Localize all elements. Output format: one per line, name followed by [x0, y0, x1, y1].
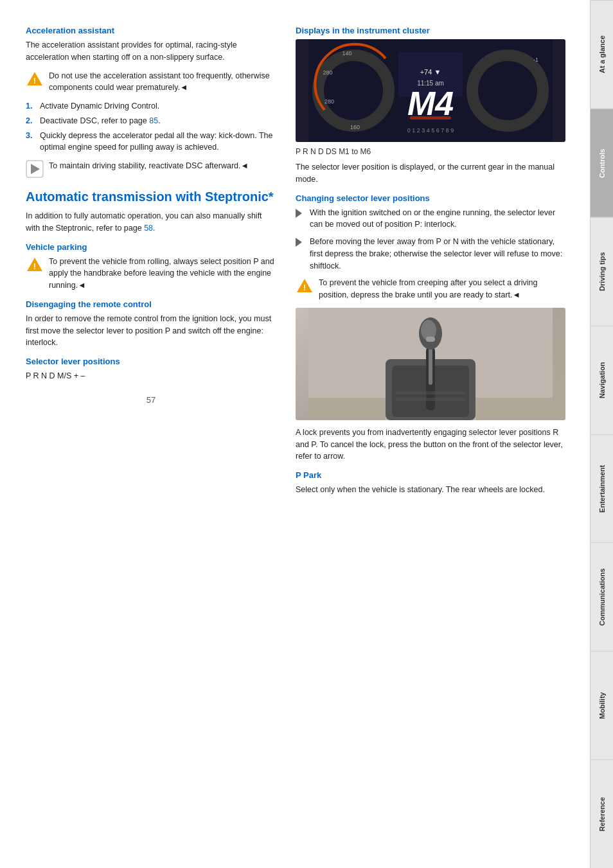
creeping-warning-text: To prevent the vehicle from creeping aft… — [319, 277, 565, 301]
step-2-num: 2. — [26, 115, 35, 127]
svg-text:+74 ▼: +74 ▼ — [420, 68, 441, 76]
acceleration-warning-text: Do not use the acceleration assistant to… — [49, 70, 276, 94]
svg-marker-3 — [31, 164, 40, 174]
left-column: Acceleration assistant The acceleration … — [26, 26, 276, 842]
step-3: 3. Quickly depress the accelerator pedal… — [26, 130, 276, 154]
note-play-icon — [26, 160, 44, 178]
svg-text:!: ! — [33, 261, 36, 271]
p-park-section: P Park Select only when the vehicle is s… — [296, 470, 565, 496]
svg-rect-29 — [426, 337, 435, 342]
step-1: 1. Activate Dynamic Driving Control. — [26, 100, 276, 112]
vehicle-parking-heading: Vehicle parking — [26, 242, 276, 252]
svg-text:280: 280 — [324, 98, 334, 105]
acceleration-warning-box: ! Do not use the acceleration assistant … — [26, 70, 276, 94]
selector-lever-image — [296, 308, 565, 420]
displays-section: Displays in the instrument cluster 280 1… — [296, 26, 565, 186]
page-container: Acceleration assistant The acceleration … — [0, 0, 613, 868]
svg-rect-19 — [410, 116, 451, 120]
sidebar-tab-communications[interactable]: Communications — [591, 542, 613, 651]
page-number: 57 — [26, 395, 276, 405]
svg-rect-30 — [395, 391, 466, 394]
p-park-body: Select only when the vehicle is stationa… — [296, 484, 565, 496]
sidebar-tab-mobility[interactable]: Mobility — [591, 651, 613, 759]
page-58-link[interactable]: 58 — [144, 224, 153, 233]
lock-caption: A lock prevents you from inadvertently e… — [296, 427, 565, 463]
warning-triangle-icon: ! — [26, 70, 44, 88]
sidebar-tab-driving-tips[interactable]: Driving tips — [591, 217, 613, 326]
main-content: Acceleration assistant The acceleration … — [0, 0, 590, 868]
displays-heading: Displays in the instrument cluster — [296, 26, 565, 35]
step-1-num: 1. — [26, 100, 35, 112]
creeping-warning-icon: ! — [296, 277, 314, 295]
acceleration-assistant-heading: Acceleration assistant — [26, 26, 276, 35]
step-3-num: 3. — [26, 130, 35, 154]
selector-lever-positions-section: Selector lever positions P R N D M/S + – — [26, 357, 276, 382]
sidebar-tab-navigation[interactable]: Navigation — [591, 326, 613, 434]
selector-lever-positions-heading: Selector lever positions — [26, 357, 276, 366]
displays-body: The selector lever position is displayed… — [296, 161, 565, 186]
vehicle-parking-section: Vehicle parking ! To prevent the vehicle… — [26, 242, 276, 292]
disengaging-remote-heading: Disengaging the remote control — [26, 299, 276, 309]
automatic-transmission-title: Automatic transmission with Steptronic* — [26, 188, 276, 205]
svg-text:160: 160 — [350, 124, 360, 130]
p-park-heading: P Park — [296, 470, 565, 480]
selector-lever-positions-text: P R N D M/S + – — [26, 370, 276, 382]
sidebar-tab-controls[interactable]: Controls — [591, 109, 613, 217]
svg-rect-33 — [475, 398, 553, 420]
changing-selector-section: Changing selector lever positions With t… — [296, 193, 565, 463]
instrument-cluster-image: 280 140 280 160 -1 +74 ▼ 11:15 am M4 — [296, 39, 565, 142]
step-2: 2. Deactivate DSC, refer to page 85. — [26, 115, 276, 127]
bullet-arrow-2 — [296, 238, 302, 247]
svg-text:280: 280 — [323, 69, 332, 76]
prnd-label: P R N D DS M1 to M6 — [296, 147, 565, 156]
svg-text:!: ! — [33, 76, 36, 85]
acceleration-assistant-section: Acceleration assistant The acceleration … — [26, 26, 276, 178]
dsc-note-text: To maintain driving stability, reactivat… — [49, 160, 249, 172]
step-2-text: Deactivate DSC, refer to page 85. — [40, 115, 161, 127]
svg-text:-1: -1 — [533, 57, 538, 63]
disengaging-remote-body: In order to remove the remote control fr… — [26, 313, 276, 349]
bullet-2-text: Before moving the lever away from P or N… — [310, 236, 565, 272]
bullet-1: With the ignition switched on or the eng… — [296, 207, 565, 231]
svg-text:140: 140 — [342, 50, 351, 57]
automatic-transmission-section: Automatic transmission with Steptronic* … — [26, 188, 276, 382]
automatic-transmission-body: In addition to fully automatic operation… — [26, 210, 276, 235]
right-column: Displays in the instrument cluster 280 1… — [296, 26, 565, 842]
acceleration-assistant-body: The acceleration assistant provides for … — [26, 39, 276, 64]
svg-rect-31 — [395, 398, 466, 401]
bullet-arrow-1 — [296, 209, 302, 218]
page-85-link[interactable]: 85 — [149, 116, 158, 125]
sidebar-tab-at-a-glance[interactable]: At a glance — [591, 0, 613, 109]
svg-text:!: ! — [303, 283, 306, 292]
acceleration-steps-list: 1. Activate Dynamic Driving Control. 2. … — [26, 100, 276, 154]
dsc-note-box: To maintain driving stability, reactivat… — [26, 160, 276, 178]
vehicle-parking-warning-box: ! To prevent the vehicle from rolling, a… — [26, 256, 276, 292]
creeping-warning-box: ! To prevent the vehicle from creeping a… — [296, 277, 565, 301]
step-1-text: Activate Dynamic Driving Control. — [40, 100, 159, 112]
sidebar: At a glance Controls Driving tips Naviga… — [590, 0, 613, 868]
svg-rect-32 — [308, 398, 386, 420]
bullet-1-text: With the ignition switched on or the eng… — [310, 207, 565, 231]
changing-selector-heading: Changing selector lever positions — [296, 193, 565, 203]
sidebar-tab-entertainment[interactable]: Entertainment — [591, 434, 613, 543]
vehicle-parking-warning-text: To prevent the vehicle from rolling, alw… — [49, 256, 276, 292]
disengaging-remote-section: Disengaging the remote control In order … — [26, 299, 276, 349]
vehicle-parking-warning-icon: ! — [26, 256, 44, 274]
bullet-2: Before moving the lever away from P or N… — [296, 236, 565, 272]
sidebar-tab-reference[interactable]: Reference — [591, 759, 613, 868]
svg-text:0 1 2 3 4 5  6 7 8 9: 0 1 2 3 4 5 6 7 8 9 — [407, 127, 454, 134]
step-3-text: Quickly depress the accelerator pedal al… — [40, 130, 276, 154]
